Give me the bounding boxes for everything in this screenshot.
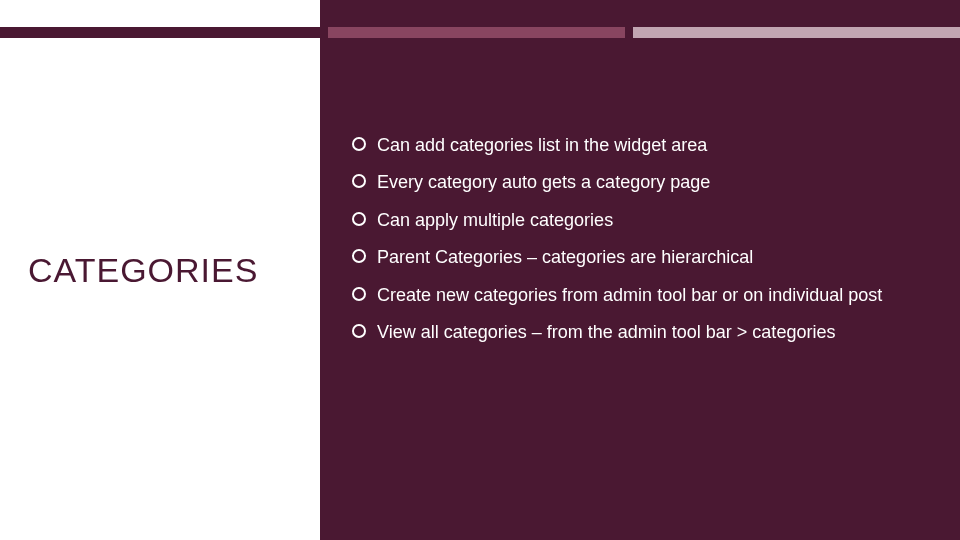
list-item: Can apply multiple categories bbox=[352, 209, 912, 232]
border-segment-light bbox=[633, 27, 960, 38]
border-segment-dark bbox=[0, 27, 320, 38]
bullet-text: Parent Categories – categories are hiera… bbox=[377, 246, 912, 269]
content-area: Can add categories list in the widget ar… bbox=[352, 134, 912, 358]
circle-bullet-icon bbox=[352, 324, 366, 338]
circle-bullet-icon bbox=[352, 249, 366, 263]
border-segment-mid bbox=[328, 27, 625, 38]
bullet-text: Can apply multiple categories bbox=[377, 209, 912, 232]
slide-title: CATEGORIES bbox=[28, 251, 258, 290]
top-border bbox=[0, 27, 960, 38]
bullet-text: Every category auto gets a category page bbox=[377, 171, 912, 194]
list-item: View all categories – from the admin too… bbox=[352, 321, 912, 344]
list-item: Can add categories list in the widget ar… bbox=[352, 134, 912, 157]
circle-bullet-icon bbox=[352, 174, 366, 188]
list-item: Every category auto gets a category page bbox=[352, 171, 912, 194]
list-item: Parent Categories – categories are hiera… bbox=[352, 246, 912, 269]
circle-bullet-icon bbox=[352, 137, 366, 151]
left-panel: CATEGORIES bbox=[0, 0, 320, 540]
bullet-text: Can add categories list in the widget ar… bbox=[377, 134, 912, 157]
bullet-text: View all categories – from the admin too… bbox=[377, 321, 912, 344]
circle-bullet-icon bbox=[352, 212, 366, 226]
circle-bullet-icon bbox=[352, 287, 366, 301]
list-item: Create new categories from admin tool ba… bbox=[352, 284, 912, 307]
bullet-text: Create new categories from admin tool ba… bbox=[377, 284, 912, 307]
